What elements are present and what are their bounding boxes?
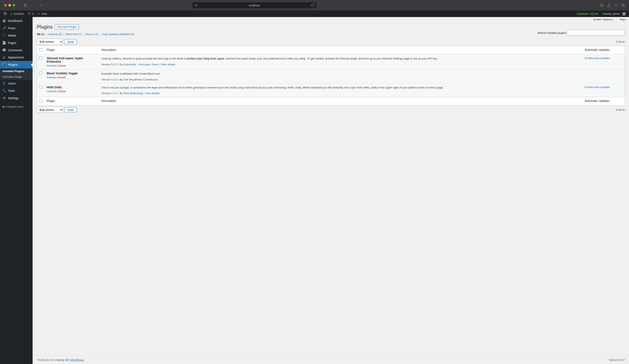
menu-tools[interactable]: 🔧Tools [0, 87, 33, 94]
filter-all[interactable]: All (3) [37, 33, 44, 36]
menu-appearance[interactable]: 🖌Appearance [0, 54, 33, 61]
filter-dropin[interactable]: Drop-in [86, 33, 95, 36]
view-details-link[interactable]: View details [145, 92, 160, 95]
back-icon[interactable] [40, 3, 43, 7]
submenu-installed[interactable]: Installed Plugins [0, 68, 33, 74]
enable-auto-updates-link[interactable]: Enable auto-updates [585, 86, 610, 89]
menu-settings[interactable]: ⚙Settings [0, 94, 33, 102]
menu-comments[interactable]: 💬Comments [0, 46, 33, 54]
row-checkbox[interactable] [39, 86, 42, 89]
new-tab-icon[interactable] [614, 3, 618, 7]
menu-dashboard[interactable]: 🏠Dashboard [0, 17, 33, 24]
filter-autoupdates-disabled[interactable]: Auto-updates Disabled [102, 33, 130, 36]
activate-link[interactable]: Activate [47, 90, 56, 93]
plugins-table: Plugin Description Automatic Updates Aki… [37, 46, 625, 106]
menu-posts[interactable]: 📌Posts [0, 24, 33, 32]
plugin-name: Akismet Anti-spam: Spam Protection [47, 57, 97, 63]
search-input[interactable] [568, 30, 625, 36]
wordpress-icon: ⓦ [3, 11, 7, 16]
settings-icon: ⚙ [2, 96, 6, 100]
screen-options-tab[interactable]: Screen Options [591, 17, 616, 22]
col-plugin-header[interactable]: Plugin [45, 46, 99, 54]
add-new-plugin-button[interactable]: Add New Plugin [55, 24, 79, 29]
forward-icon[interactable] [46, 3, 49, 7]
collapse-menu[interactable]: ◀Collapse menu [0, 103, 33, 110]
activate-link[interactable]: Activate [47, 64, 56, 67]
items-count-top: 3 items [616, 40, 625, 43]
col-auto-header[interactable]: Automatic Updates [583, 46, 625, 54]
account-link[interactable]: Howdy, admin [601, 10, 627, 17]
reload-icon[interactable] [311, 3, 314, 7]
tablenav-top: Bulk actions Apply 3 items [37, 39, 625, 45]
plugin-row: Hello Dolly Activate|Delete This is not … [37, 83, 625, 97]
plugin-row: Akismet Anti-spam: Spam Protection Activ… [37, 54, 625, 70]
window-controls [4, 4, 15, 6]
author-link[interactable]: Matt Mullenweg [124, 92, 143, 95]
search-label: Search installed plugins [538, 31, 566, 34]
select-all-bottom[interactable] [39, 99, 42, 103]
plugin-description: Example block scaffolded with Create Blo… [101, 72, 581, 76]
download-icon[interactable] [600, 3, 603, 7]
share-icon[interactable] [607, 3, 611, 7]
wordpress-link[interactable]: WordPress [70, 358, 84, 362]
media-icon: 🎵 [2, 33, 6, 37]
collapse-icon: ◀ [2, 105, 4, 108]
posts-icon: 📌 [2, 26, 6, 30]
menu-label: Posts [8, 26, 15, 30]
howdy-text: Howdy, admin [603, 12, 620, 15]
menu-users[interactable]: 👤Users [0, 80, 33, 87]
main-content: Screen Options Help Plugins Add New Plug… [33, 17, 629, 364]
dropdown-icon[interactable] [29, 3, 31, 7]
comments-link[interactable]: 🗨0 [26, 10, 35, 17]
new-link[interactable]: ＋New [35, 10, 49, 17]
reader-icon[interactable] [194, 3, 198, 7]
close-window-button[interactable] [4, 4, 7, 6]
submenu-add-new[interactable]: Add New Plugin [0, 74, 33, 80]
help-tab[interactable]: Help [617, 17, 629, 22]
plugin-meta: Version 0.1.0|By The WordPress Contribut… [101, 78, 581, 81]
site-name: Sandbox [13, 12, 24, 15]
appearance-icon: 🖌 [2, 55, 6, 59]
maximize-window-button[interactable] [13, 4, 15, 6]
menu-label: Appearance [8, 56, 24, 59]
apply-button-bottom[interactable]: Apply [64, 107, 77, 113]
bulk-action-select-bottom[interactable]: Bulk actions [37, 107, 63, 113]
enable-auto-updates-link[interactable]: Enable auto-updates [585, 57, 610, 60]
row-checkbox[interactable] [39, 57, 42, 60]
url-bar[interactable]: localhost [192, 2, 316, 8]
tools-icon: 🔧 [2, 89, 6, 93]
author-link[interactable]: Automattic - Anti-spam Team [123, 63, 158, 66]
url-text: localhost [249, 4, 260, 7]
delete-link[interactable]: Delete [58, 64, 66, 67]
delete-link[interactable]: Delete [58, 90, 66, 93]
activate-link[interactable]: Activate [47, 76, 56, 79]
view-details-link[interactable]: View details [161, 63, 175, 66]
browser-chrome: localhost [0, 0, 629, 10]
new-label: New [42, 12, 47, 15]
col-auto-footer[interactable]: Automatic Updates [583, 97, 625, 106]
select-all-top[interactable] [39, 48, 42, 51]
plugin-description: This is not just a plugin, it symbolizes… [101, 86, 581, 90]
filter-mustuse[interactable]: Must-Use [66, 33, 78, 36]
menu-plugins[interactable]: 🔌Plugins [0, 61, 33, 68]
tabs-icon[interactable] [622, 3, 625, 7]
wp-logo-link[interactable]: ⓦ [2, 10, 8, 17]
plus-icon: ＋ [37, 11, 40, 16]
sidebar-toggle-icon[interactable] [23, 3, 27, 7]
tablenav-bottom: Bulk actions Apply 3 items [37, 107, 625, 113]
row-checkbox[interactable] [39, 72, 42, 75]
plugin-description: Used by millions, Akismet is quite possi… [101, 57, 581, 61]
filter-inactive[interactable]: Inactive [48, 33, 58, 36]
menu-label: Settings [8, 97, 19, 100]
delete-link[interactable]: Delete [58, 76, 66, 79]
menu-media[interactable]: 🎵Media [0, 32, 33, 39]
apply-button-top[interactable]: Apply [64, 39, 77, 44]
col-plugin-footer[interactable]: Plugin [45, 97, 99, 106]
minimize-window-button[interactable] [8, 4, 11, 6]
menu-pages[interactable]: 📄Pages [0, 39, 33, 46]
col-desc-header: Description [99, 46, 583, 54]
bulk-action-select-top[interactable]: Bulk actions [37, 39, 63, 45]
dashboard-icon: 🏠 [2, 19, 6, 23]
site-link[interactable]: ⌂Sandbox [8, 10, 26, 17]
svg-rect-9 [623, 5, 624, 6]
